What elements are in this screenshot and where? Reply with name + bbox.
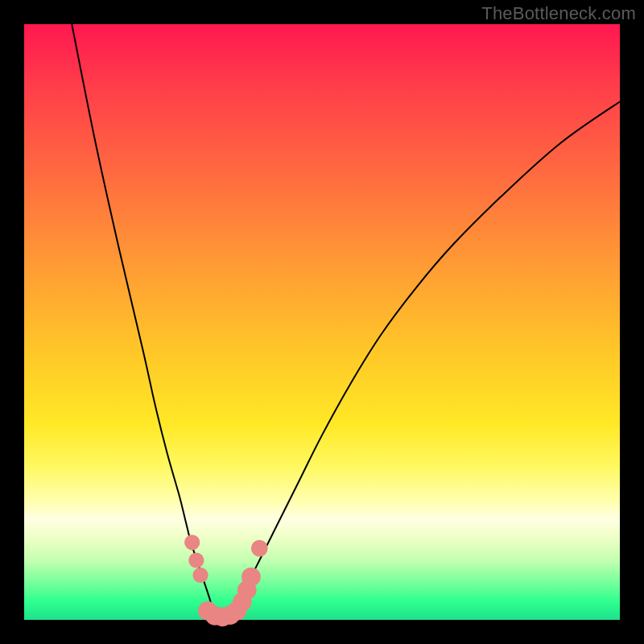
left-branch-curve [72, 24, 221, 620]
chart-frame: TheBottleneck.com [0, 0, 644, 644]
marker-dot [192, 568, 208, 583]
marker-dot [188, 552, 204, 568]
marker-dot [242, 568, 261, 587]
curve-layer [24, 24, 620, 620]
marker-cluster [184, 535, 268, 626]
marker-dot [251, 540, 268, 557]
plot-area [24, 24, 620, 620]
watermark-text: TheBottleneck.com [481, 3, 636, 24]
marker-dot [184, 535, 200, 550]
right-branch-curve [221, 101, 620, 620]
